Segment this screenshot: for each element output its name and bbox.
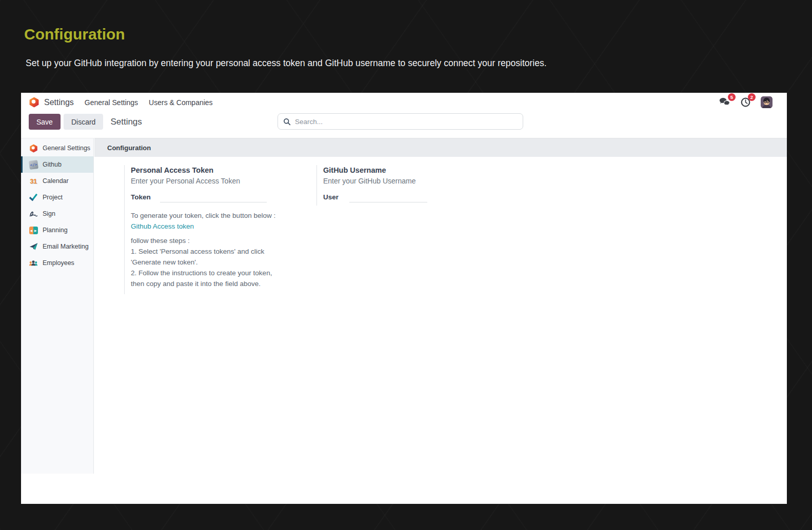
activities-badge: 2	[748, 93, 756, 101]
odoo-logo-icon	[29, 144, 38, 153]
sidebar-item-project[interactable]: Project	[21, 189, 93, 206]
user-field-label: User	[323, 193, 349, 202]
github-access-token-link[interactable]: Github Access token	[131, 221, 194, 232]
breadcrumb: Settings	[110, 117, 142, 127]
signature-icon	[29, 210, 38, 218]
messages-icon[interactable]: 5	[719, 97, 730, 107]
top-navbar: Settings General Settings Users & Compan…	[21, 93, 787, 112]
user-field-row: User	[323, 193, 510, 202]
user-input[interactable]	[349, 200, 427, 202]
username-setting-subtitle: Enter your GitHub Username	[323, 176, 510, 187]
sidebar-item-github[interactable]: </> Github	[21, 156, 93, 173]
sidebar-item-label: Project	[43, 194, 63, 201]
step-line: 'Generate new token'.	[131, 257, 318, 268]
sidebar-item-employees[interactable]: Employees	[21, 255, 93, 271]
page-title: Configuration	[24, 26, 125, 43]
github-code-icon: </>	[29, 160, 38, 169]
app-name[interactable]: Settings	[44, 98, 74, 107]
calendar-31-icon: 31	[29, 177, 38, 185]
sidebar-item-calendar[interactable]: 31 Calendar	[21, 173, 93, 189]
page-background: Configuration Set up your GitHub integra…	[0, 0, 812, 530]
discard-button[interactable]: Discard	[64, 114, 103, 130]
sidebar-item-email-marketing[interactable]: Email Marketing	[21, 238, 93, 255]
token-input[interactable]	[160, 200, 267, 202]
save-button[interactable]: Save	[29, 114, 61, 130]
navbar-right-icons: 5 2	[719, 96, 773, 108]
menu-general-settings[interactable]: General Settings	[85, 98, 138, 107]
sidebar-item-label: Email Marketing	[43, 243, 89, 250]
people-icon	[29, 259, 38, 267]
messages-badge: 5	[728, 93, 736, 101]
search-input[interactable]	[295, 118, 518, 126]
activities-clock-icon[interactable]: 2	[741, 97, 750, 107]
token-help-text: To generate your token, click the button…	[131, 210, 318, 294]
username-setting-block: GitHub Username Enter your GitHub Userna…	[316, 165, 510, 206]
planning-arrows-icon: ◀ ▶	[29, 227, 38, 234]
odoo-logo-icon[interactable]	[29, 97, 39, 108]
token-setting-subtitle: Enter your Personal Access Token	[131, 176, 318, 187]
section-header-title: Configuration	[107, 144, 151, 152]
menu-users-companies[interactable]: Users & Companies	[149, 98, 213, 107]
step-line: then copy and paste it into the field ab…	[131, 278, 318, 289]
control-bar: Save Discard Settings	[29, 114, 142, 130]
sidebar-item-planning[interactable]: ◀ ▶ Planning	[21, 222, 93, 238]
sidebar-item-label: General Settings	[43, 145, 90, 152]
odoo-settings-window: Settings General Settings Users & Compan…	[21, 93, 787, 504]
token-help-intro: To generate your token, click the button…	[131, 210, 318, 221]
sidebar-item-sign[interactable]: Sign	[21, 206, 93, 222]
sidebar-item-general-settings[interactable]: General Settings	[21, 140, 93, 156]
search-icon	[283, 118, 291, 126]
check-icon	[29, 193, 38, 201]
step-line: 1. Select 'Personal access tokens' and c…	[131, 246, 318, 257]
step-line: 2. Follow the instructions to create you…	[131, 268, 318, 278]
sidebar-item-label: Calendar	[43, 177, 69, 185]
user-avatar[interactable]	[761, 96, 773, 108]
section-header-bar: Configuration	[94, 138, 787, 157]
username-setting-title: GitHub Username	[323, 165, 510, 176]
token-field-row: Token	[131, 193, 318, 202]
paper-plane-icon	[29, 242, 38, 251]
page-description: Set up your GitHub integration by enteri…	[26, 58, 547, 69]
sidebar-item-label: Github	[43, 161, 62, 168]
steps-intro: follow these steps :	[131, 235, 318, 246]
token-steps: follow these steps : 1. Select 'Personal…	[131, 235, 318, 289]
token-setting-title: Personal Access Token	[131, 165, 318, 176]
sidebar-item-label: Sign	[43, 210, 55, 217]
token-setting-block: Personal Access Token Enter your Persona…	[124, 165, 318, 294]
search-bar	[278, 113, 523, 130]
sidebar-item-label: Employees	[43, 259, 74, 267]
token-field-label: Token	[131, 193, 160, 202]
sidebar-item-label: Planning	[43, 227, 68, 234]
settings-sidebar: General Settings </> Github 31 Calendar	[21, 138, 94, 474]
